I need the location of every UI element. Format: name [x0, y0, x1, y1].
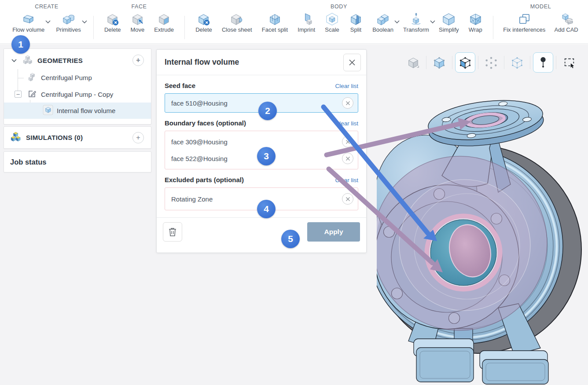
trash-icon: [168, 227, 177, 237]
toolbar-button-scale[interactable]: Scale: [323, 11, 341, 34]
box-select-icon[interactable]: [559, 52, 579, 73]
scale-icon: [325, 12, 339, 26]
toolbar-group-model: MODEL Fix interferences Add CAD: [493, 0, 588, 44]
selection-entry-label: face 309@Housing: [171, 138, 228, 146]
step-badge-2: 2: [258, 102, 277, 120]
toolbar-button-simplify[interactable]: Simplify: [437, 11, 461, 34]
excluded-parts-label: Excluded parts (optional): [165, 176, 244, 183]
toolbar-button-close-sheet[interactable]: Close sheet: [220, 11, 254, 34]
remove-x-icon: [345, 197, 350, 202]
remove-x-icon: [345, 139, 350, 144]
toolbar-button-label: Fix interferences: [503, 26, 545, 33]
remove-entry-button[interactable]: [342, 153, 353, 164]
chevron-down-icon[interactable]: [11, 57, 17, 64]
toolbar-button-label: Imprint: [298, 26, 315, 33]
flow-volume-cube-icon: [43, 105, 53, 117]
dialog-title: Internal flow volume: [165, 58, 239, 67]
toolbar-button-add-cad[interactable]: Add CAD: [553, 11, 580, 34]
seed-face-label: Seed face: [165, 82, 195, 89]
chevron-down-icon[interactable]: [394, 18, 400, 26]
remove-x-icon: [345, 156, 350, 161]
tree-node-label: GEOMETRIES: [37, 57, 83, 64]
clear-list-link-boundary[interactable]: Clear list: [335, 120, 358, 127]
face-select-icon[interactable]: [455, 52, 475, 73]
selection-mode-toolbar: [401, 52, 582, 73]
step-badge-3: 3: [257, 147, 276, 165]
toolbar-group-create: CREATE Flow volume Primitives: [0, 0, 93, 44]
edit-pencil-icon: [28, 89, 37, 99]
imprint-icon: [300, 12, 313, 26]
chevron-down-icon[interactable]: [430, 18, 435, 26]
toolbar-group-label-body: BODY: [185, 4, 493, 10]
delete-body-icon: [197, 12, 210, 26]
tree-node-geometries[interactable]: GEOMETRIES +: [4, 51, 151, 69]
add-geometry-button[interactable]: +: [132, 55, 144, 66]
toolbar-button-label: Flow volume: [12, 26, 44, 33]
remove-entry-button[interactable]: [342, 193, 353, 205]
toolbar-button-boolean[interactable]: Boolean: [371, 11, 395, 34]
chevron-down-icon[interactable]: [45, 18, 51, 26]
add-simulation-button[interactable]: +: [132, 132, 144, 143]
geometries-stack-icon: [22, 55, 33, 66]
add-cad-icon: [559, 12, 573, 26]
toolbar-button-flow-volume[interactable]: Flow volume: [11, 11, 46, 34]
close-dialog-button[interactable]: [343, 54, 361, 71]
close-icon: [348, 59, 356, 66]
wrap-icon: [469, 12, 482, 26]
toolbar-button-transform[interactable]: Transform: [401, 11, 431, 34]
toolbar-button-label: Wrap: [469, 26, 482, 33]
toolbar-button-body-delete[interactable]: Delete: [194, 11, 214, 34]
apply-button[interactable]: Apply: [307, 222, 360, 242]
toolbar-button-face-extrude[interactable]: Extrude: [152, 11, 176, 34]
step-badge-4: 4: [257, 200, 276, 218]
solid-body-icon[interactable]: [403, 52, 423, 73]
fix-interferences-icon: [518, 12, 531, 26]
toolbar-button-fix-interferences[interactable]: Fix interferences: [501, 11, 547, 34]
toolbar-button-label: Add CAD: [555, 26, 578, 33]
toolbar-group-face: FACE Delete Move Extrude: [94, 0, 184, 44]
wireframe-select-icon[interactable]: [507, 52, 527, 73]
selection-entry-label: face 522@Housing: [171, 155, 228, 162]
toolbar-button-label: Delete: [104, 26, 121, 33]
toolbar-button-facet-split[interactable]: Facet split: [260, 11, 290, 34]
clear-list-link-excluded[interactable]: Clear list: [335, 177, 358, 183]
toolbar-button-face-delete[interactable]: Delete: [103, 11, 123, 34]
tree-node-label: Centrifugal Pump - Copy: [41, 91, 113, 98]
clear-list-link-seed[interactable]: Clear list: [335, 83, 358, 89]
tree-node-centrifugal-pump[interactable]: Centrifugal Pump: [4, 69, 151, 86]
top-toolbar: CREATE Flow volume Primitives FACE Delet…: [0, 0, 588, 44]
toolbar-button-label: Move: [130, 26, 144, 33]
job-status-panel[interactable]: Job status: [4, 151, 151, 172]
simulations-panel[interactable]: SIMULATIONS (0) +: [4, 126, 151, 149]
collapse-minus-icon[interactable]: –: [15, 91, 22, 98]
remove-entry-button[interactable]: [342, 136, 353, 147]
chevron-down-icon[interactable]: [82, 18, 87, 26]
toolbar-button-primitives[interactable]: Primitives: [54, 11, 82, 34]
probe-point-icon[interactable]: [533, 52, 553, 73]
close-sheet-icon: [230, 12, 244, 26]
extrude-face-icon: [157, 12, 171, 26]
toolbar-button-split[interactable]: Split: [347, 11, 364, 34]
tree-node-internal-flow-volume[interactable]: Internal flow volume: [4, 103, 151, 119]
toolbar-button-label: Extrude: [154, 26, 174, 33]
toolbar-button-label: Scale: [325, 26, 339, 33]
viewport-3d-model[interactable]: [377, 81, 588, 385]
boolean-icon: [376, 12, 390, 26]
toolbar-button-label: Facet split: [262, 26, 288, 33]
vertex-select-icon[interactable]: [481, 52, 501, 73]
step-badge-1: 1: [11, 35, 30, 54]
selection-entry[interactable]: face 309@Housing: [165, 133, 358, 150]
delete-operation-button[interactable]: [163, 222, 182, 242]
toolbar-button-face-move[interactable]: Move: [129, 11, 146, 34]
toolbar-button-label: Primitives: [56, 26, 81, 33]
toolbar-button-imprint[interactable]: Imprint: [296, 11, 317, 34]
remove-entry-button[interactable]: [342, 97, 353, 109]
toolbar-group-body: BODY Delete Close sheet Facet split Impr…: [185, 0, 493, 44]
toolbar-button-wrap[interactable]: Wrap: [467, 11, 484, 34]
toolbar-group-label-model: MODEL: [493, 4, 588, 10]
remove-x-icon: [345, 101, 350, 106]
volume-select-icon[interactable]: [429, 52, 449, 73]
tree-node-centrifugal-pump-copy[interactable]: – Centrifugal Pump - Copy: [4, 86, 151, 103]
facet-split-icon: [268, 12, 282, 26]
step-badge-5: 5: [281, 230, 300, 248]
